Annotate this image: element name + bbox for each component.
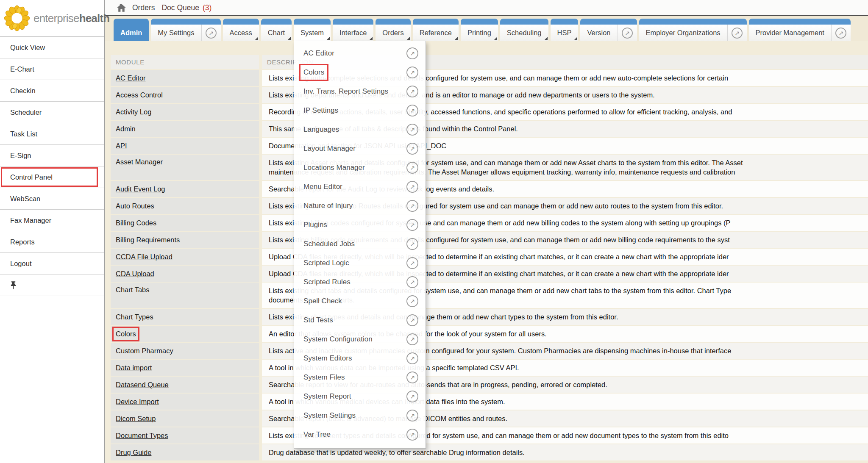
open-in-new-icon[interactable]: ↗: [406, 333, 418, 345]
open-in-new-icon[interactable]: ↗: [406, 162, 418, 174]
tab-chart[interactable]: Chart: [261, 19, 292, 41]
tab-interface[interactable]: Interface: [333, 19, 373, 41]
menu-item-inv-trans-report-settings[interactable]: Inv. Trans. Report Settings↗: [294, 82, 426, 101]
module-link-custom-pharmacy[interactable]: Custom Pharmacy: [116, 347, 173, 355]
menu-item-spell-check[interactable]: Spell Check↗: [294, 291, 426, 311]
open-in-new-icon[interactable]: ↗: [406, 86, 418, 97]
menu-item-system-settings[interactable]: System Settings↗: [294, 406, 426, 425]
module-link-data-import[interactable]: Data import: [116, 364, 152, 372]
home-button[interactable]: [117, 3, 126, 12]
tab-my-settings[interactable]: My Settings↗: [151, 19, 220, 41]
module-link-device-import[interactable]: Device Import: [116, 398, 159, 406]
tab-admin[interactable]: Admin: [114, 19, 149, 41]
open-in-new-icon[interactable]: ↗: [406, 429, 418, 441]
menu-item-menu-editor[interactable]: Menu Editor↗: [294, 177, 426, 196]
module-link-dicom-setup[interactable]: Dicom Setup: [116, 415, 156, 423]
tab-version[interactable]: Version↗: [580, 19, 637, 41]
sidebar-item-quick-view[interactable]: Quick View: [0, 37, 104, 58]
sidebar-item-scheduler[interactable]: Scheduler: [0, 102, 104, 123]
open-in-new-icon[interactable]: ↗: [406, 295, 418, 307]
open-in-new-icon[interactable]: ↗: [406, 352, 418, 364]
menu-item-system-files[interactable]: System Files↗: [294, 368, 426, 387]
breadcrumb-doc-queue[interactable]: Doc Queue: [161, 3, 199, 12]
sidebar-item-logout[interactable]: Logout: [0, 253, 104, 274]
module-link-chart-tabs[interactable]: Chart Tabs: [116, 286, 150, 294]
menu-item-std-tests[interactable]: Std Tests↗: [294, 311, 426, 330]
tab-orders[interactable]: Orders: [376, 19, 410, 41]
open-in-new-icon[interactable]: ↗: [406, 314, 418, 326]
module-link-billing-codes[interactable]: Billing Codes: [116, 219, 156, 227]
breadcrumb-orders[interactable]: Orders: [132, 3, 155, 12]
tab-external-link-button[interactable]: ↗: [618, 25, 637, 41]
module-link-colors[interactable]: Colors: [116, 330, 136, 338]
module-link-activity-log[interactable]: Activity Log: [116, 108, 151, 116]
menu-item-plugins[interactable]: Plugins↗: [294, 215, 426, 234]
open-in-new-icon[interactable]: ↗: [406, 143, 418, 155]
menu-item-label: Scheduled Jobs: [303, 240, 355, 248]
menu-item-colors[interactable]: Colors↗: [294, 63, 426, 82]
sidebar-item-task-list[interactable]: Task List: [0, 123, 104, 145]
module-link-ccda-file-upload[interactable]: CCDA File Upload: [116, 253, 172, 261]
menu-item-system-report[interactable]: System Report↗: [294, 387, 426, 406]
module-link-document-types[interactable]: Document Types: [116, 432, 168, 440]
open-in-new-icon[interactable]: ↗: [406, 47, 418, 59]
module-link-billing-requirements[interactable]: Billing Requirements: [116, 236, 180, 244]
open-in-new-icon[interactable]: ↗: [406, 391, 418, 402]
module-link-auto-routes[interactable]: Auto Routes: [116, 202, 154, 210]
menu-item-languages[interactable]: Languages↗: [294, 120, 426, 139]
module-link-audit-event-log[interactable]: Audit Event Log: [116, 185, 165, 193]
menu-item-var-tree[interactable]: Var Tree↗: [294, 425, 426, 444]
open-in-new-icon[interactable]: ↗: [406, 238, 418, 250]
open-in-new-icon[interactable]: ↗: [406, 372, 418, 383]
tab-external-link-button[interactable]: ↗: [831, 25, 851, 41]
menu-item-label: Nature of Injury: [303, 202, 353, 210]
tab-provider-management[interactable]: Provider Management↗: [749, 19, 851, 41]
open-in-new-icon[interactable]: ↗: [406, 219, 418, 231]
menu-item-locations-manager[interactable]: Locations Manager↗: [294, 158, 426, 177]
tab-printing[interactable]: Printing: [461, 19, 498, 41]
module-link-admin[interactable]: Admin: [116, 125, 136, 133]
tab-hsp[interactable]: HSP: [551, 19, 579, 41]
menu-item-nature-of-injury[interactable]: Nature of Injury↗: [294, 196, 426, 215]
sidebar-item-control-panel[interactable]: Control Panel: [0, 166, 104, 188]
module-link-asset-manager[interactable]: Asset Manager: [116, 158, 163, 166]
open-in-new-icon[interactable]: ↗: [406, 200, 418, 212]
sidebar-item-e-chart[interactable]: E-Chart: [0, 58, 104, 80]
menu-item-scripted-logic[interactable]: Scripted Logic↗: [294, 253, 426, 272]
open-in-new-icon[interactable]: ↗: [406, 181, 418, 193]
menu-item-scheduled-jobs[interactable]: Scheduled Jobs↗: [294, 234, 426, 253]
menu-item-system-editors[interactable]: System Editors↗: [294, 349, 426, 368]
sidebar-item-reports[interactable]: Reports: [0, 231, 104, 253]
module-link-cda-upload[interactable]: CDA Upload: [116, 270, 154, 278]
open-in-new-icon[interactable]: ↗: [406, 410, 418, 421]
sidebar-item-pin[interactable]: [0, 274, 104, 296]
module-link-api[interactable]: API: [116, 142, 127, 150]
module-link-chart-types[interactable]: Chart Types: [116, 313, 153, 321]
menu-item-layout-manager[interactable]: Layout Manager↗: [294, 139, 426, 158]
sidebar-item-webscan[interactable]: WebScan: [0, 188, 104, 210]
menu-item-ip-settings[interactable]: IP Settings↗: [294, 101, 426, 120]
sidebar-item-e-sign[interactable]: E-Sign: [0, 145, 104, 166]
tab-scheduling[interactable]: Scheduling: [500, 19, 548, 41]
tab-system[interactable]: SystemAC Editor↗Colors↗Inv. Trans. Repor…: [294, 19, 331, 41]
tab-employer-organizations[interactable]: Employer Organizations↗: [639, 19, 747, 41]
tab-external-link-button[interactable]: ↗: [727, 25, 747, 41]
module-link-ac-editor[interactable]: AC Editor: [116, 74, 146, 82]
menu-item-ac-editor[interactable]: AC Editor↗: [294, 44, 426, 63]
open-in-new-icon[interactable]: ↗: [406, 67, 418, 78]
menu-item-scripted-rules[interactable]: Scripted Rules↗: [294, 272, 426, 291]
module-link-drug-guide[interactable]: Drug Guide: [116, 449, 151, 457]
open-in-new-icon[interactable]: ↗: [406, 276, 418, 288]
sidebar-item-fax-manager[interactable]: Fax Manager: [0, 210, 104, 231]
tab-external-link-button[interactable]: ↗: [201, 25, 221, 41]
module-link-access-control[interactable]: Access Control: [116, 91, 163, 99]
module-link-datasend-queue[interactable]: Datasend Queue: [116, 381, 169, 389]
open-in-new-icon[interactable]: ↗: [406, 257, 418, 269]
open-in-new-icon[interactable]: ↗: [406, 124, 418, 136]
tab-access[interactable]: Access: [223, 19, 259, 41]
sidebar-item-checkin[interactable]: Checkin: [0, 80, 104, 102]
sunflower-logo-icon: [3, 5, 31, 32]
open-in-new-icon[interactable]: ↗: [406, 105, 418, 116]
menu-item-system-configuration[interactable]: System Configuration↗: [294, 330, 426, 349]
tab-reference[interactable]: Reference: [413, 19, 459, 41]
